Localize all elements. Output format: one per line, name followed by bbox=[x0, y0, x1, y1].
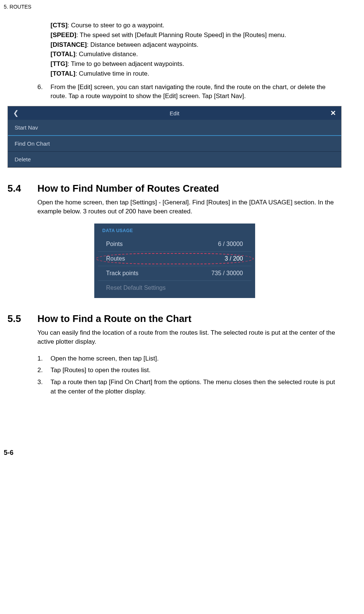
chapter-header: 5. ROUTES bbox=[4, 4, 342, 10]
section-5-4-body: Open the home screen, then tap [Settings… bbox=[37, 198, 342, 216]
step-1: 1. Open the home screen, then tap [List]… bbox=[37, 354, 342, 364]
desc-total1: : Cumulative distance. bbox=[75, 51, 138, 58]
back-icon[interactable]: ❮ bbox=[13, 109, 19, 117]
step-3: 3. Tap a route then tap [Find On Chart] … bbox=[37, 377, 342, 396]
desc-speed: : The speed set with [Default Planning R… bbox=[76, 31, 286, 39]
step-2-num: 2. bbox=[37, 365, 51, 375]
section-5-5-title: 5.5How to Find a Route on the Chart bbox=[7, 313, 342, 325]
step-6-number: 6. bbox=[37, 83, 51, 101]
page-number: 5-6 bbox=[4, 449, 342, 457]
section-5-5-body: You can easily find the location of a ro… bbox=[37, 328, 342, 346]
edit-item-find-on-chart[interactable]: Find On Chart bbox=[8, 136, 341, 152]
definitions-block: [CTS]: Course to steer to go a waypoint.… bbox=[51, 21, 342, 78]
term-total2: [TOTAL] bbox=[51, 70, 75, 77]
term-ttg: [TTG] bbox=[51, 60, 67, 67]
data-usage-header: DATA USAGE bbox=[94, 228, 255, 237]
step-1-text: Open the home screen, then tap [List]. bbox=[51, 354, 342, 364]
desc-total2: : Cumulative time in route. bbox=[75, 70, 149, 77]
term-distance: [DISTANCE] bbox=[51, 41, 87, 48]
du-points-label: Points bbox=[106, 241, 123, 247]
step-6-text: From the [Edit] screen, you can start na… bbox=[51, 83, 342, 101]
edit-title: Edit bbox=[170, 110, 180, 116]
du-points-value: 6 / 30000 bbox=[218, 241, 243, 247]
data-usage-row-track[interactable]: Track points 735 / 30000 bbox=[98, 266, 251, 281]
du-routes-label: Routes bbox=[106, 255, 125, 262]
data-usage-row-points[interactable]: Points 6 / 30000 bbox=[98, 237, 251, 252]
step-1-num: 1. bbox=[37, 354, 51, 364]
data-usage-row-routes[interactable]: Routes 3 / 200 bbox=[98, 252, 251, 266]
du-track-value: 735 / 30000 bbox=[211, 270, 243, 277]
du-routes-value: 3 / 200 bbox=[225, 255, 243, 262]
data-usage-row-reset[interactable]: Reset Default Settings bbox=[98, 281, 251, 295]
section-5-4-title: 5.4How to Find Number of Routes Created bbox=[7, 183, 342, 194]
section-5-5-num: 5.5 bbox=[7, 313, 37, 325]
section-5-4-num: 5.4 bbox=[7, 183, 37, 194]
data-usage-panel: DATA USAGE Points 6 / 30000 Routes 3 / 2… bbox=[94, 224, 255, 298]
step-3-text: Tap a route then tap [Find On Chart] fro… bbox=[51, 377, 342, 396]
edit-item-start-nav[interactable]: Start Nav bbox=[8, 120, 341, 136]
desc-ttg: : Time to go between adjacent waypoints. bbox=[67, 60, 184, 67]
step-3-num: 3. bbox=[37, 377, 51, 396]
term-speed: [SPEED] bbox=[51, 31, 76, 39]
term-total1: [TOTAL] bbox=[51, 51, 75, 58]
edit-header: ❮ Edit ✕ bbox=[8, 106, 341, 120]
section-5-5-steps: 1. Open the home screen, then tap [List]… bbox=[37, 354, 342, 396]
close-icon[interactable]: ✕ bbox=[330, 109, 336, 117]
step-2: 2. Tap [Routes] to open the routes list. bbox=[37, 365, 342, 375]
edit-screen: ❮ Edit ✕ Start Nav Find On Chart Delete bbox=[7, 106, 342, 168]
desc-distance: : Distance between adjacent waypoints. bbox=[87, 41, 199, 48]
term-cts: [CTS] bbox=[51, 22, 67, 29]
edit-item-delete[interactable]: Delete bbox=[8, 152, 341, 167]
section-5-4-heading: How to Find Number of Routes Created bbox=[37, 183, 219, 194]
du-reset-label: Reset Default Settings bbox=[106, 285, 166, 291]
step-2-text: Tap [Routes] to open the routes list. bbox=[51, 365, 342, 375]
step-6: 6. From the [Edit] screen, you can start… bbox=[37, 83, 342, 101]
desc-cts: : Course to steer to go a waypoint. bbox=[67, 22, 164, 29]
du-track-label: Track points bbox=[106, 270, 139, 277]
section-5-5-heading: How to Find a Route on the Chart bbox=[37, 313, 192, 324]
